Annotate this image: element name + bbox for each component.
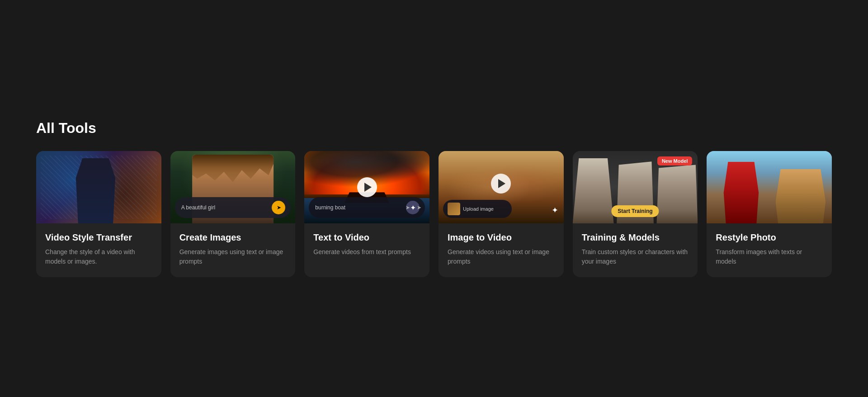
card-image-text-to-video: burning boat ➤ ✦ — [304, 151, 429, 223]
card-image-training-and-models: New Model Start Training — [573, 151, 698, 223]
new-model-badge: New Model — [657, 156, 692, 165]
page-container: All Tools Video Style Transfer Change th… — [0, 93, 868, 304]
tool-card-create-images[interactable]: A beautiful girl Create Images Generate … — [170, 151, 296, 277]
cursor-sparkle-icon: ✦ — [410, 203, 416, 212]
card-image-create-images: A beautiful girl — [170, 151, 296, 223]
card-title-restyle-photo: Restyle Photo — [716, 232, 823, 243]
card-content-create-images: Create Images Generate images using text… — [170, 223, 296, 277]
tool-card-text-to-video[interactable]: burning boat ➤ ✦ Text to Video Generate … — [304, 151, 429, 277]
card-description-create-images: Generate images using text or image prom… — [179, 247, 287, 266]
tool-card-video-style-transfer[interactable]: Video Style Transfer Change the style of… — [36, 151, 161, 277]
card-description-training-and-models: Train custom styles or characters with y… — [582, 247, 689, 266]
card-title-text-to-video: Text to Video — [313, 232, 420, 243]
vst-figure — [74, 158, 118, 223]
section-title: All Tools — [36, 120, 832, 137]
itv-upload-bar: Upload image — [443, 200, 512, 218]
tm-statue-3 — [656, 158, 698, 223]
ttv-prompt-bar: burning boat ➤ ✦ — [309, 197, 425, 218]
card-content-video-style-transfer: Video Style Transfer Change the style of… — [36, 223, 161, 277]
itv-upload-text: Upload image — [463, 206, 494, 212]
ci-send-button[interactable] — [272, 201, 285, 214]
ci-prompt-text: A beautiful girl — [181, 204, 215, 211]
tool-card-image-to-video[interactable]: Upload image ✦ Image to Video Generate v… — [439, 151, 564, 277]
ci-prompt-bar: A beautiful girl — [175, 197, 291, 218]
card-description-text-to-video: Generate videos from text prompts — [313, 247, 420, 257]
card-description-video-style-transfer: Change the style of a video with models … — [45, 247, 152, 266]
tool-card-training-and-models[interactable]: New Model Start Training Training & Mode… — [573, 151, 698, 277]
start-training-button[interactable]: Start Training — [611, 205, 659, 217]
ttv-send-button[interactable]: ➤ ✦ — [406, 201, 420, 214]
itv-play-button[interactable] — [491, 174, 511, 194]
tm-statue-1 — [573, 158, 614, 223]
ttv-prompt-text: burning boat — [315, 204, 345, 211]
ci-hair — [192, 155, 274, 189]
tools-grid: Video Style Transfer Change the style of… — [36, 151, 832, 277]
card-title-image-to-video: Image to Video — [448, 232, 555, 243]
card-image-image-to-video: Upload image ✦ — [439, 151, 564, 223]
tool-card-restyle-photo[interactable]: Restyle Photo Transform images with text… — [707, 151, 832, 277]
rp-figure-right — [776, 169, 826, 223]
card-content-restyle-photo: Restyle Photo Transform images with text… — [707, 223, 832, 277]
card-image-video-style-transfer — [36, 151, 161, 223]
card-content-text-to-video: Text to Video Generate videos from text … — [304, 223, 429, 268]
card-description-restyle-photo: Transform images with texts or models — [716, 247, 823, 266]
card-title-create-images: Create Images — [179, 232, 287, 243]
itv-cursor-icon: ✦ — [552, 205, 558, 215]
card-content-image-to-video: Image to Video Generate videos using tex… — [439, 223, 564, 277]
itv-thumbnail — [448, 203, 460, 215]
card-content-training-and-models: Training & Models Train custom styles or… — [573, 223, 698, 277]
ttv-play-button[interactable] — [357, 177, 377, 197]
card-title-training-and-models: Training & Models — [582, 232, 689, 243]
card-title-video-style-transfer: Video Style Transfer — [45, 232, 152, 243]
card-image-restyle-photo — [707, 151, 832, 223]
card-description-image-to-video: Generate videos using text or image prom… — [448, 247, 555, 266]
